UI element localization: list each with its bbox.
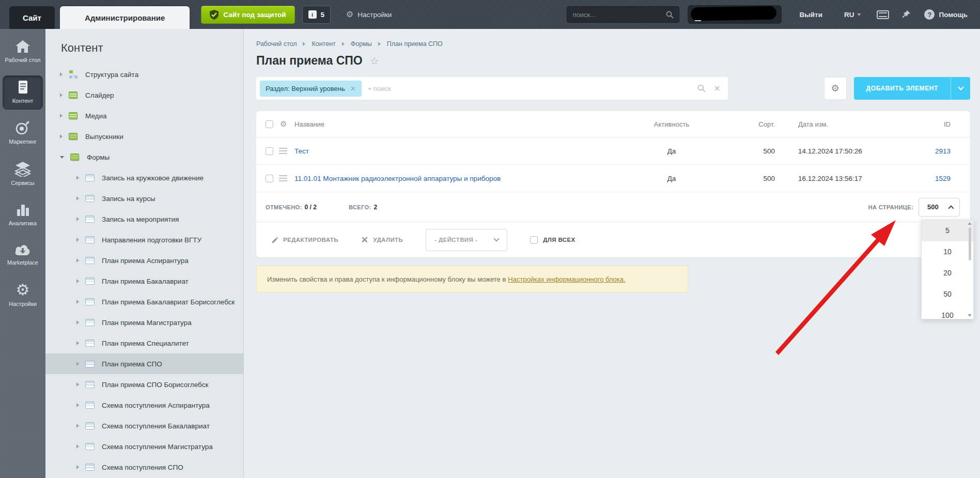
notifications-button[interactable]: i 5 — [302, 6, 331, 24]
tree-item-zapis-na-kruzhkovoe-dvizhenie[interactable]: Запись на кружковое движение — [45, 167, 243, 188]
actions-dropdown[interactable]: - ДЕЙСТВИЯ - — [426, 229, 507, 251]
nav-item-settings[interactable]: ⚙ Настройки — [3, 278, 43, 312]
nav-item-marketplace[interactable]: Marketplace — [3, 239, 43, 271]
topbar-settings-button[interactable]: ⚙ Настройки — [346, 10, 392, 19]
element-id-link[interactable]: 1529 — [935, 175, 951, 182]
columns-settings-icon[interactable]: ⚙ — [280, 119, 294, 129]
tree-item-plan-priema-spo[interactable]: План приема СПО — [45, 353, 243, 374]
row-checkbox[interactable] — [266, 147, 273, 155]
add-element-dropdown[interactable] — [951, 77, 970, 100]
expand-arrow-icon[interactable] — [76, 320, 79, 325]
expand-arrow-icon[interactable] — [60, 72, 63, 76]
clear-filter-icon[interactable]: ✕ — [714, 84, 721, 94]
dropdown-scrollbar[interactable] — [967, 221, 972, 318]
collapse-arrow-icon[interactable] — [60, 156, 64, 159]
search-icon[interactable] — [666, 11, 674, 19]
expand-arrow-icon[interactable] — [76, 217, 79, 221]
tab-administration[interactable]: Администрирование — [60, 6, 190, 29]
per-page-option-5[interactable]: 5 — [922, 220, 973, 241]
expand-arrow-icon[interactable] — [76, 403, 79, 407]
tree-item-struktura-sayta[interactable]: Структура сайта — [45, 64, 243, 85]
for-all-toggle[interactable]: ДЛЯ ВСЕХ — [530, 236, 575, 244]
expand-arrow-icon[interactable] — [76, 424, 79, 428]
hotkeys-icon[interactable] — [877, 10, 889, 19]
tree-item-plan-priema-aspirantura[interactable]: План приема Аспирантура — [45, 250, 243, 271]
add-element-button[interactable]: ДОБАВИТЬ ЭЛЕМЕНТ — [854, 77, 970, 100]
expand-arrow-icon[interactable] — [76, 238, 79, 242]
expand-arrow-icon[interactable] — [60, 134, 63, 138]
tree-item-plan-priema-spo-borisoglebsk[interactable]: План приема СПО Борисоглебск — [45, 374, 243, 395]
expand-arrow-icon[interactable] — [76, 382, 79, 387]
expand-arrow-icon[interactable] — [76, 176, 79, 180]
logout-button[interactable]: Выйти — [799, 11, 822, 19]
expand-arrow-icon[interactable] — [76, 341, 79, 345]
nav-item-analytics[interactable]: Аналитика — [3, 198, 43, 232]
breadcrumb-current[interactable]: План приема СПО — [387, 40, 443, 48]
breadcrumb-forms[interactable]: Формы — [351, 40, 372, 48]
drag-handle-icon[interactable] — [279, 174, 287, 183]
column-name[interactable]: Название — [294, 120, 630, 128]
nav-item-content[interactable]: Контент — [3, 75, 43, 110]
for-all-checkbox[interactable] — [530, 236, 538, 244]
tree-item-plan-priema-magistratura[interactable]: План приема Магистратура — [45, 312, 243, 333]
scroll-down-icon[interactable] — [968, 314, 972, 317]
tree-item-shema-postupleniya-aspirantura[interactable]: Схема поступления Аспирантура — [45, 395, 243, 415]
expand-arrow-icon[interactable] — [60, 93, 63, 97]
search-icon[interactable] — [697, 84, 706, 92]
breadcrumb-desktop[interactable]: Рабочий стол — [256, 40, 297, 48]
expand-arrow-icon[interactable] — [76, 300, 79, 304]
language-selector[interactable]: RU — [844, 11, 862, 19]
tree-item-media[interactable]: Медиа — [45, 105, 243, 126]
delete-button[interactable]: ✕ УДАЛИТЬ — [361, 236, 403, 244]
expand-arrow-icon[interactable] — [60, 114, 63, 118]
per-page-option-100[interactable]: 100 — [922, 305, 973, 319]
help-button[interactable]: ? Помощь — [924, 9, 968, 20]
select-all-checkbox[interactable] — [266, 120, 273, 128]
edit-button[interactable]: РЕДАКТИРОВАТЬ — [272, 237, 338, 243]
tree-item-plan-priema-bakalavriat[interactable]: План приема Бакалавриат — [45, 271, 243, 291]
expand-arrow-icon[interactable] — [76, 258, 79, 263]
tree-item-vypuskniki[interactable]: Выпускники — [45, 126, 243, 147]
column-id[interactable]: ID — [912, 120, 951, 128]
element-link[interactable]: 11.01.01 Монтажник радиоэлектронной аппа… — [294, 175, 501, 182]
grid-settings-button[interactable]: ⚙ — [824, 77, 847, 100]
nav-item-desktop[interactable]: Рабочий стол — [3, 35, 43, 68]
tree-item-plan-priema-specialitet[interactable]: План приема Специалитет — [45, 333, 243, 353]
column-active[interactable]: Активность — [630, 120, 713, 128]
column-sort[interactable]: Сорт. — [713, 120, 775, 128]
scroll-up-icon[interactable] — [968, 222, 972, 225]
site-protected-button[interactable]: Сайт под защитой — [201, 6, 294, 24]
per-page-select[interactable]: 500 5 10 20 50 100 — [919, 198, 960, 217]
nav-item-services[interactable]: Сервисы — [3, 157, 43, 191]
expand-arrow-icon[interactable] — [76, 196, 79, 201]
nav-item-marketing[interactable]: Маркетинг — [3, 117, 43, 150]
element-id-link[interactable]: 2913 — [935, 147, 951, 155]
expand-arrow-icon[interactable] — [76, 465, 79, 469]
tree-item-plan-priema-bakalavriat-borisoglebsk[interactable]: План приема Бакалавриат Борисоглебск — [45, 291, 243, 312]
tree-item-slayder[interactable]: Слайдер — [45, 85, 243, 105]
tree-item-napravleniya-podgotovki-vgtu[interactable]: Направления подготовки ВГТУ — [45, 229, 243, 250]
filter-search-bar[interactable]: Раздел: Верхний уровень ✕ + поиск ✕ — [256, 77, 728, 100]
tree-item-shema-postupleniya-spo[interactable]: Схема поступления СПО — [45, 457, 243, 477]
tree-item-shema-postupleniya-bakalavriat[interactable]: Схема поступления Бакалавриат — [45, 415, 243, 436]
tree-item-zapis-na-kursy[interactable]: Запись на курсы — [45, 188, 243, 209]
per-page-option-20[interactable]: 20 — [922, 263, 973, 284]
expand-arrow-icon[interactable] — [76, 279, 79, 283]
element-link[interactable]: Тест — [294, 147, 309, 155]
tree-item-formy[interactable]: Формы — [45, 147, 243, 167]
breadcrumb-content[interactable]: Контент — [312, 40, 335, 48]
column-modified[interactable]: Дата изм. — [775, 120, 912, 128]
tab-site[interactable]: Сайт — [9, 6, 55, 29]
iblock-settings-link[interactable]: Настройках информационного блока. — [508, 275, 625, 283]
chip-remove-icon[interactable]: ✕ — [350, 85, 356, 92]
drag-handle-icon[interactable] — [279, 146, 287, 156]
favorite-star-icon[interactable]: ☆ — [370, 55, 379, 67]
expand-arrow-icon[interactable] — [76, 362, 79, 366]
tree-item-shema-postupleniya-magistratura[interactable]: Схема поступления Магистратура — [45, 436, 243, 457]
scrollbar-thumb[interactable] — [969, 227, 971, 260]
expand-arrow-icon[interactable] — [76, 444, 79, 449]
tree-item-zapis-na-meropriyatiya[interactable]: Запись на мероприятия — [45, 209, 243, 229]
pin-icon[interactable] — [901, 10, 911, 19]
per-page-option-50[interactable]: 50 — [922, 284, 973, 305]
filter-chip-section[interactable]: Раздел: Верхний уровень ✕ — [260, 81, 362, 97]
